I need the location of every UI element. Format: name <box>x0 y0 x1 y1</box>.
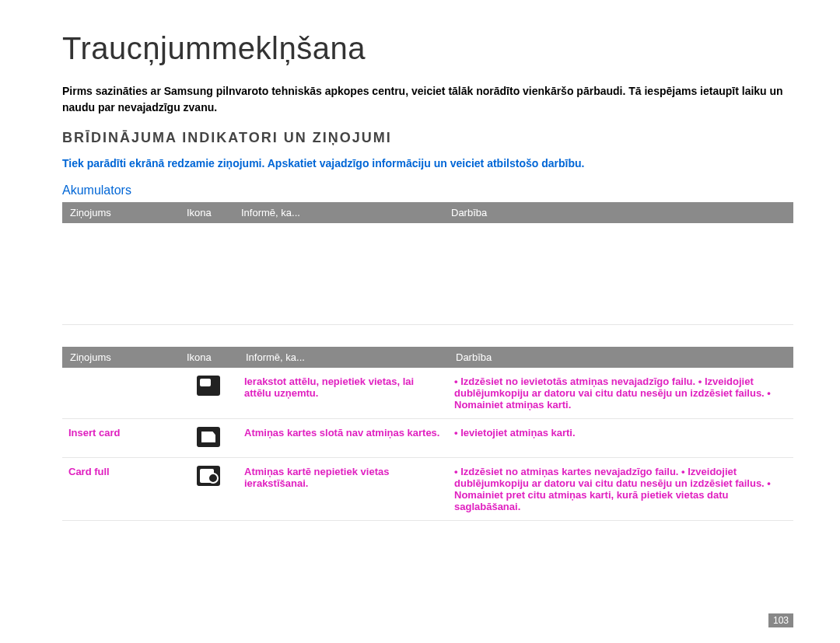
cell-action: • Izdzēsiet no ievietotās atmiņas nevaja… <box>448 368 793 419</box>
page-title: Traucņjummeklņšana <box>62 31 793 66</box>
table-row: Ierakstot attēlu, nepietiek vietas, lai … <box>62 368 793 419</box>
sd-card-icon <box>197 376 220 396</box>
th-darbiba: Darbība <box>443 202 793 223</box>
section-heading: BRĪDINĀJUMA INDIKATORI UN ZIŅOJUMI <box>62 130 793 146</box>
cell-action: • Ievietojiet atmiņas karti. <box>448 419 793 458</box>
th-zinojums: Ziņojums <box>62 347 179 368</box>
insert-card-icon <box>197 427 220 447</box>
intro-paragraph: Pirms sazināties ar Samsung pilnvaroto t… <box>62 83 793 116</box>
table-akumulators: Ziņojums Ikona Informē, ka... Darbība <box>62 202 793 325</box>
th-informe: Informē, ka... <box>238 347 448 368</box>
th-darbiba: Darbība <box>448 347 793 368</box>
cell-action: • Izdzēsiet no atmiņas kartes nevajadzīg… <box>448 458 793 521</box>
th-ikona: Ikona <box>179 347 238 368</box>
th-zinojums: Ziņojums <box>62 202 179 223</box>
cell-info: Atmiņas kartes slotā nav atmiņas kartes. <box>238 419 448 458</box>
subsection-akumulators: Akumulators <box>62 183 793 197</box>
table-row: Insert card Atmiņas kartes slotā nav atm… <box>62 419 793 458</box>
cell-info: Atmiņas kartē nepietiek vietas ierakstīš… <box>238 458 448 521</box>
th-ikona: Ikona <box>179 202 233 223</box>
card-full-icon <box>197 466 220 486</box>
table-row: Card full Atmiņas kartē nepietiek vietas… <box>62 458 793 521</box>
cell-msg: Insert card <box>62 419 179 458</box>
cell-msg: Card full <box>62 458 179 521</box>
table-storage: Ziņojums Ikona Informē, ka... Darbība Ie… <box>62 347 793 521</box>
th-informe: Informē, ka... <box>233 202 443 223</box>
cell-info: Ierakstot attēlu, nepietiek vietas, lai … <box>238 368 448 419</box>
section-note: Tiek parādīti ekrānā redzamie ziņojumi. … <box>62 157 793 169</box>
table-row <box>62 223 793 325</box>
